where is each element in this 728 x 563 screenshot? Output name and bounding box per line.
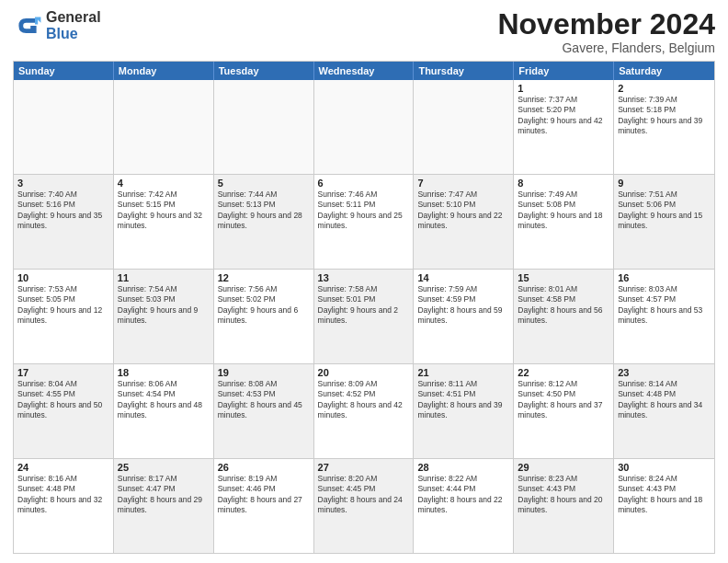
cal-cell-4-4: 28Sunrise: 8:22 AM Sunset: 4:44 PM Dayli… [414, 459, 514, 553]
day-number: 17 [17, 367, 109, 378]
cell-info: Sunrise: 7:46 AM Sunset: 5:11 PM Dayligh… [318, 190, 410, 232]
cell-info: Sunrise: 8:04 AM Sunset: 4:55 PM Dayligh… [17, 379, 109, 421]
header-sunday: Sunday [14, 62, 114, 80]
cal-cell-1-1: 4Sunrise: 7:42 AM Sunset: 5:15 PM Daylig… [114, 175, 214, 269]
day-number: 18 [118, 367, 210, 378]
cal-cell-0-4 [414, 80, 514, 174]
cal-cell-0-1 [114, 80, 214, 174]
cal-cell-0-3 [314, 80, 415, 174]
cal-row-3: 17Sunrise: 8:04 AM Sunset: 4:55 PM Dayli… [14, 364, 714, 459]
header-tuesday: Tuesday [214, 62, 314, 80]
cell-info: Sunrise: 7:37 AM Sunset: 5:20 PM Dayligh… [518, 95, 609, 137]
cal-cell-1-5: 8Sunrise: 7:49 AM Sunset: 5:08 PM Daylig… [514, 175, 614, 269]
cell-info: Sunrise: 8:17 AM Sunset: 4:47 PM Dayligh… [118, 474, 210, 516]
cal-cell-4-0: 24Sunrise: 8:16 AM Sunset: 4:48 PM Dayli… [14, 459, 114, 553]
day-number: 7 [417, 178, 509, 189]
cal-cell-1-0: 3Sunrise: 7:40 AM Sunset: 5:16 PM Daylig… [14, 175, 114, 269]
cell-info: Sunrise: 7:39 AM Sunset: 5:18 PM Dayligh… [618, 95, 711, 137]
day-number: 1 [518, 83, 609, 94]
day-number: 8 [518, 178, 609, 189]
month-title: November 2024 [497, 9, 715, 39]
day-number: 5 [218, 178, 310, 189]
cell-info: Sunrise: 8:09 AM Sunset: 4:52 PM Dayligh… [318, 379, 410, 421]
cal-cell-3-6: 23Sunrise: 8:14 AM Sunset: 4:48 PM Dayli… [614, 364, 714, 458]
day-number: 14 [417, 272, 509, 283]
header-thursday: Thursday [414, 62, 514, 80]
header-friday: Friday [514, 62, 614, 80]
cell-info: Sunrise: 7:40 AM Sunset: 5:16 PM Dayligh… [17, 190, 109, 232]
cal-cell-3-1: 18Sunrise: 8:06 AM Sunset: 4:54 PM Dayli… [114, 364, 214, 458]
cell-info: Sunrise: 7:56 AM Sunset: 5:02 PM Dayligh… [218, 284, 310, 327]
cal-cell-4-6: 30Sunrise: 8:24 AM Sunset: 4:43 PM Dayli… [614, 459, 714, 553]
logo-blue: Blue [46, 26, 78, 41]
cal-cell-2-0: 10Sunrise: 7:53 AM Sunset: 5:05 PM Dayli… [14, 270, 114, 363]
cal-cell-3-5: 22Sunrise: 8:12 AM Sunset: 4:50 PM Dayli… [514, 364, 614, 458]
day-number: 12 [218, 272, 310, 283]
cell-info: Sunrise: 7:53 AM Sunset: 5:05 PM Dayligh… [17, 284, 109, 327]
day-number: 23 [618, 367, 711, 378]
cal-row-2: 10Sunrise: 7:53 AM Sunset: 5:05 PM Dayli… [14, 270, 714, 364]
cal-cell-4-5: 29Sunrise: 8:23 AM Sunset: 4:43 PM Dayli… [514, 459, 614, 553]
cell-info: Sunrise: 7:51 AM Sunset: 5:06 PM Dayligh… [618, 190, 711, 232]
cell-info: Sunrise: 7:42 AM Sunset: 5:15 PM Dayligh… [118, 190, 210, 232]
cal-cell-2-6: 16Sunrise: 8:03 AM Sunset: 4:57 PM Dayli… [614, 270, 714, 363]
cal-cell-3-4: 21Sunrise: 8:11 AM Sunset: 4:51 PM Dayli… [414, 364, 514, 458]
cell-info: Sunrise: 8:14 AM Sunset: 4:48 PM Dayligh… [618, 379, 711, 421]
header-wednesday: Wednesday [314, 62, 415, 80]
day-number: 19 [218, 367, 310, 378]
cal-row-4: 24Sunrise: 8:16 AM Sunset: 4:48 PM Dayli… [14, 459, 714, 553]
cal-cell-0-2 [214, 80, 314, 174]
cal-cell-1-4: 7Sunrise: 7:47 AM Sunset: 5:10 PM Daylig… [414, 175, 514, 269]
title-block: November 2024 Gavere, Flanders, Belgium [497, 9, 715, 55]
cell-info: Sunrise: 7:44 AM Sunset: 5:13 PM Dayligh… [218, 190, 310, 232]
cell-info: Sunrise: 8:16 AM Sunset: 4:48 PM Dayligh… [17, 474, 109, 516]
cell-info: Sunrise: 8:12 AM Sunset: 4:50 PM Dayligh… [518, 379, 609, 421]
day-number: 16 [618, 272, 711, 283]
page: General Blue November 2024 Gavere, Fland… [0, 0, 728, 563]
calendar-header: Sunday Monday Tuesday Wednesday Thursday… [14, 62, 714, 80]
header-saturday: Saturday [614, 62, 714, 80]
day-number: 26 [218, 462, 310, 473]
cell-info: Sunrise: 8:03 AM Sunset: 4:57 PM Dayligh… [618, 284, 711, 327]
cal-cell-2-3: 13Sunrise: 7:58 AM Sunset: 5:01 PM Dayli… [314, 270, 415, 363]
day-number: 29 [518, 462, 609, 473]
day-number: 3 [17, 178, 109, 189]
day-number: 15 [518, 272, 609, 283]
day-number: 24 [17, 462, 109, 473]
day-number: 22 [518, 367, 609, 378]
cal-cell-2-2: 12Sunrise: 7:56 AM Sunset: 5:02 PM Dayli… [214, 270, 314, 363]
day-number: 20 [318, 367, 410, 378]
cell-info: Sunrise: 8:06 AM Sunset: 4:54 PM Dayligh… [118, 379, 210, 421]
day-number: 27 [318, 462, 410, 473]
location: Gavere, Flanders, Belgium [497, 40, 715, 55]
cal-cell-2-5: 15Sunrise: 8:01 AM Sunset: 4:58 PM Dayli… [514, 270, 614, 363]
cell-info: Sunrise: 8:08 AM Sunset: 4:53 PM Dayligh… [218, 379, 310, 421]
cal-cell-4-1: 25Sunrise: 8:17 AM Sunset: 4:47 PM Dayli… [114, 459, 214, 553]
day-number: 28 [417, 462, 509, 473]
cell-info: Sunrise: 7:54 AM Sunset: 5:03 PM Dayligh… [118, 284, 210, 327]
cell-info: Sunrise: 8:23 AM Sunset: 4:43 PM Dayligh… [518, 474, 609, 516]
day-number: 6 [318, 178, 410, 189]
day-number: 11 [118, 272, 210, 283]
cell-info: Sunrise: 8:24 AM Sunset: 4:43 PM Dayligh… [618, 474, 711, 516]
logo-icon [13, 11, 42, 40]
cell-info: Sunrise: 8:11 AM Sunset: 4:51 PM Dayligh… [417, 379, 509, 421]
cell-info: Sunrise: 8:19 AM Sunset: 4:46 PM Dayligh… [218, 474, 310, 516]
cell-info: Sunrise: 7:49 AM Sunset: 5:08 PM Dayligh… [518, 190, 609, 232]
cal-cell-4-2: 26Sunrise: 8:19 AM Sunset: 4:46 PM Dayli… [214, 459, 314, 553]
calendar: Sunday Monday Tuesday Wednesday Thursday… [13, 61, 715, 554]
cell-info: Sunrise: 7:58 AM Sunset: 5:01 PM Dayligh… [318, 284, 410, 327]
cal-cell-1-2: 5Sunrise: 7:44 AM Sunset: 5:13 PM Daylig… [214, 175, 314, 269]
cal-row-0: 1Sunrise: 7:37 AM Sunset: 5:20 PM Daylig… [14, 80, 714, 175]
logo-general: General [46, 9, 101, 25]
cell-info: Sunrise: 7:59 AM Sunset: 4:59 PM Dayligh… [417, 284, 509, 327]
calendar-body: 1Sunrise: 7:37 AM Sunset: 5:20 PM Daylig… [14, 80, 714, 553]
day-number: 2 [618, 83, 711, 94]
day-number: 9 [618, 178, 711, 189]
cal-cell-1-3: 6Sunrise: 7:46 AM Sunset: 5:11 PM Daylig… [314, 175, 415, 269]
day-number: 30 [618, 462, 711, 473]
cal-cell-0-0 [14, 80, 114, 174]
cal-cell-2-1: 11Sunrise: 7:54 AM Sunset: 5:03 PM Dayli… [114, 270, 214, 363]
cal-cell-3-0: 17Sunrise: 8:04 AM Sunset: 4:55 PM Dayli… [14, 364, 114, 458]
logo-text: General Blue [46, 9, 101, 41]
